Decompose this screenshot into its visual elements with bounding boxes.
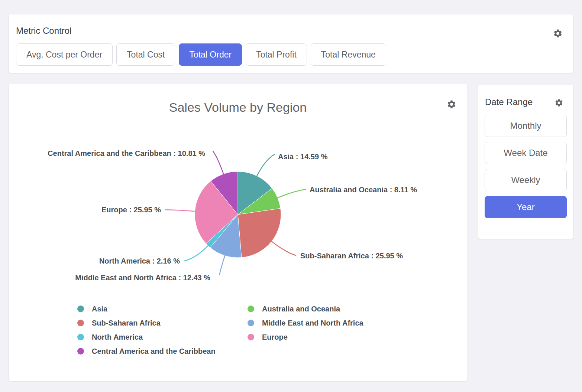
legend-label: Australia and Oceania	[262, 305, 340, 313]
legend-item-north-america[interactable]: North America	[77, 330, 216, 344]
pie-leader-line-australia-and-oceania	[277, 189, 306, 198]
legend-dot-icon-middle-east-and-north-africa	[248, 320, 254, 326]
legend-column-1: AsiaSub-Saharan AfricaNorth AmericaCentr…	[77, 302, 216, 358]
legend-label: Central America and the Caribbean	[92, 347, 216, 356]
legend-label: North America	[92, 333, 143, 342]
pie-label-europe: Europe : 25.95 %	[101, 206, 161, 214]
date-range-button-week-date[interactable]: Week Date	[485, 142, 567, 164]
date-range-button-monthly[interactable]: Monthly	[485, 115, 567, 137]
metric-button-total-profit[interactable]: Total Profit	[246, 43, 307, 66]
pie-label-central-america-and-the-caribbean: Central America and the Caribbean : 10.8…	[48, 149, 205, 157]
legend-item-asia[interactable]: Asia	[77, 302, 216, 316]
legend-dot-icon-north-america	[77, 334, 84, 340]
pie-leader-line-north-america	[184, 245, 208, 261]
legend-dot-icon-sub-saharan-africa	[77, 320, 84, 326]
metric-control-title: Metric Control	[16, 26, 71, 36]
date-settings-gear-icon[interactable]	[554, 98, 563, 107]
legend-label: Middle East and North Africa	[262, 319, 363, 327]
metric-button-total-revenue[interactable]: Total Revenue	[311, 43, 386, 66]
legend-item-central-america-and-the-caribbean[interactable]: Central America and the Caribbean	[77, 344, 216, 358]
legend-dot-icon-asia	[77, 306, 84, 312]
date-range-button-group: MonthlyWeek DateWeeklyYear	[485, 115, 567, 218]
legend-column-2: Australia and OceaniaMiddle East and Nor…	[248, 302, 363, 344]
legend-item-europe[interactable]: Europe	[248, 330, 363, 344]
legend-dot-icon-australia-and-oceania	[248, 306, 254, 312]
pie-slice-sub-saharan-africa[interactable]	[238, 208, 281, 257]
metric-button-total-order[interactable]: Total Order	[179, 43, 242, 66]
pie-label-australia-and-oceania: Australia and Oceania : 8.11 %	[310, 186, 417, 194]
legend-item-sub-saharan-africa[interactable]: Sub-Saharan Africa	[77, 316, 216, 330]
pie-leader-line-sub-saharan-africa	[271, 241, 296, 255]
pie-label-middle-east-and-north-africa: Middle East and North Africa : 12.43 %	[75, 274, 210, 282]
date-range-button-weekly[interactable]: Weekly	[485, 169, 567, 191]
date-range-button-year[interactable]: Year	[485, 196, 567, 218]
legend-label: Asia	[92, 305, 107, 313]
metric-settings-gear-icon[interactable]	[553, 29, 563, 38]
legend-label: Sub-Saharan Africa	[92, 319, 161, 327]
metric-control-card: Metric Control Avg. Cost per OrderTotal …	[9, 14, 573, 73]
pie-leader-line-europe	[165, 210, 195, 211]
chart-legend: AsiaSub-Saharan AfricaNorth AmericaCentr…	[9, 302, 467, 361]
pie-label-asia: Asia : 14.59 %	[278, 153, 328, 161]
pie-leader-line-asia	[256, 154, 274, 177]
sales-volume-chart-card: Sales Volume by Region Asia : 14.59 %Aus…	[9, 84, 467, 381]
legend-dot-icon-central-america-and-the-caribbean	[77, 348, 84, 355]
date-range-title: Date Range	[485, 97, 533, 107]
pie-label-sub-saharan-africa: Sub-Saharan Africa : 25.95 %	[300, 252, 403, 260]
legend-item-middle-east-and-north-africa[interactable]: Middle East and North Africa	[248, 316, 363, 330]
legend-item-australia-and-oceania[interactable]: Australia and Oceania	[248, 302, 363, 316]
metric-button-total-cost[interactable]: Total Cost	[116, 43, 175, 66]
legend-dot-icon-europe	[248, 334, 254, 340]
metric-button-avg-cost-per-order[interactable]: Avg. Cost per Order	[16, 43, 113, 66]
pie-leader-line-middle-east-and-north-africa	[220, 255, 225, 275]
pie-leader-line-central-america-and-the-caribbean	[213, 151, 224, 175]
metric-button-group: Avg. Cost per OrderTotal CostTotal Order…	[16, 43, 386, 66]
date-range-card: Date Range MonthlyWeek DateWeeklyYear	[478, 85, 573, 239]
pie-label-north-america: North America : 2.16 %	[99, 257, 180, 265]
legend-label: Europe	[262, 333, 288, 342]
